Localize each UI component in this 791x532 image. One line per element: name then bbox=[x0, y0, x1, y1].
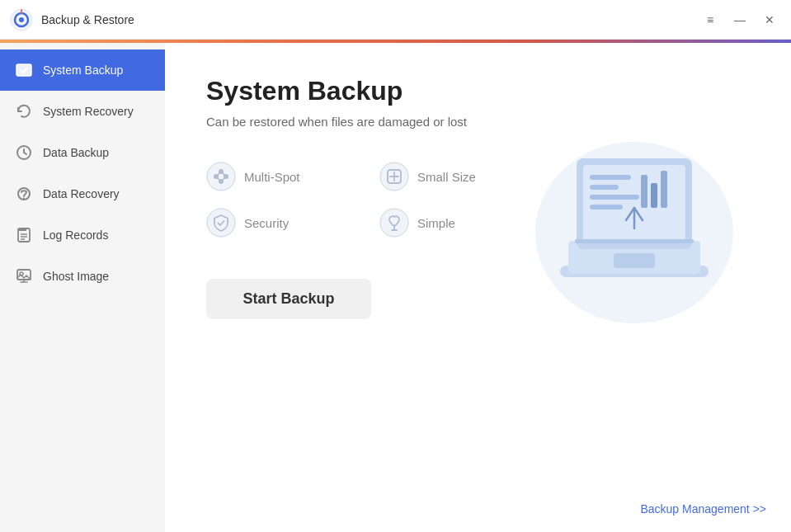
svg-point-2 bbox=[19, 17, 24, 22]
svg-rect-37 bbox=[590, 175, 631, 180]
app-logo bbox=[10, 8, 33, 31]
app-title: Backup & Restore bbox=[41, 13, 699, 26]
sidebar: System Backup System Recovery Data Backu… bbox=[0, 43, 165, 532]
data-backup-icon bbox=[15, 144, 33, 162]
sidebar-item-system-recovery[interactable]: System Recovery bbox=[0, 91, 165, 132]
svg-rect-41 bbox=[641, 175, 647, 208]
feature-security: Security bbox=[206, 208, 346, 238]
close-button[interactable]: ✕ bbox=[758, 8, 781, 31]
sidebar-item-data-recovery[interactable]: Data Recovery bbox=[0, 173, 165, 214]
security-label: Security bbox=[244, 216, 289, 230]
log-records-icon bbox=[15, 226, 33, 244]
main-layout: System Backup System Recovery Data Backu… bbox=[0, 43, 791, 532]
sidebar-item-data-backup[interactable]: Data Backup bbox=[0, 132, 165, 173]
start-backup-button[interactable]: Start Backup bbox=[206, 279, 371, 319]
titlebar: Backup & Restore ≡ — ✕ bbox=[0, 0, 791, 40]
sidebar-label-system-backup: System Backup bbox=[43, 64, 123, 77]
svg-point-30 bbox=[380, 209, 408, 237]
ghost-image-icon bbox=[15, 267, 33, 285]
svg-point-8 bbox=[23, 198, 25, 200]
svg-rect-38 bbox=[590, 185, 619, 190]
sidebar-label-data-recovery: Data Recovery bbox=[43, 187, 120, 200]
small-size-label: Small Size bbox=[417, 170, 476, 184]
minimize-button[interactable]: — bbox=[728, 8, 751, 31]
backup-management-link[interactable]: Backup Management >> bbox=[640, 502, 766, 516]
svg-rect-46 bbox=[614, 253, 655, 268]
svg-rect-40 bbox=[590, 205, 623, 210]
sidebar-item-log-records[interactable]: Log Records bbox=[0, 214, 165, 256]
sidebar-item-system-backup[interactable]: System Backup bbox=[0, 49, 165, 91]
sidebar-label-log-records: Log Records bbox=[43, 228, 108, 242]
svg-rect-4 bbox=[16, 64, 31, 76]
system-recovery-icon bbox=[15, 102, 33, 120]
features-grid: Multi-Spot Small Size bbox=[206, 162, 520, 238]
multi-spot-label: Multi-Spot bbox=[244, 170, 300, 184]
menu-button[interactable]: ≡ bbox=[699, 8, 722, 31]
system-backup-icon bbox=[15, 61, 33, 79]
feature-multi-spot: Multi-Spot bbox=[206, 162, 346, 191]
content-area: System Backup Can be restored when files… bbox=[165, 43, 791, 532]
svg-rect-39 bbox=[590, 195, 639, 200]
svg-point-18 bbox=[207, 162, 235, 191]
sidebar-item-ghost-image[interactable]: Ghost Image bbox=[0, 256, 165, 297]
small-size-icon bbox=[379, 162, 409, 191]
svg-rect-45 bbox=[575, 239, 694, 243]
window-controls: ≡ — ✕ bbox=[699, 8, 781, 31]
data-recovery-icon bbox=[15, 185, 33, 203]
simple-icon bbox=[379, 208, 409, 238]
svg-rect-43 bbox=[661, 171, 667, 208]
feature-small-size: Small Size bbox=[379, 162, 520, 191]
sidebar-label-data-backup: Data Backup bbox=[43, 146, 109, 159]
security-icon bbox=[206, 208, 236, 238]
svg-rect-42 bbox=[651, 183, 657, 208]
multi-spot-icon bbox=[206, 162, 236, 191]
sidebar-label-system-recovery: System Recovery bbox=[43, 105, 134, 118]
svg-point-29 bbox=[207, 209, 235, 237]
illustration bbox=[502, 84, 766, 365]
feature-simple: Simple bbox=[379, 208, 520, 238]
sidebar-label-ghost-image: Ghost Image bbox=[43, 270, 109, 283]
simple-label: Simple bbox=[417, 216, 455, 230]
